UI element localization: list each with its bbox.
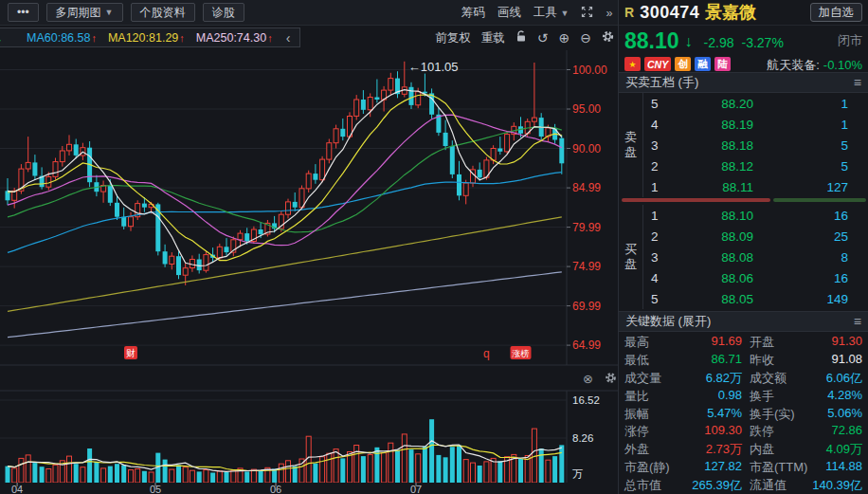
kd-label: 振幅 (624, 406, 649, 423)
volume: 1 (753, 97, 848, 111)
diagnose-label: 诊股 (212, 4, 235, 21)
chevron-down-icon: ▼ (105, 4, 114, 21)
menu-icon[interactable]: ≡ (854, 314, 861, 329)
multi-period-button[interactable]: 多周期图 ▼ (46, 3, 123, 22)
fullscreen-icon[interactable] (581, 6, 593, 21)
svg-text:84.99: 84.99 (572, 181, 601, 194)
kd-value: 5.47% (707, 406, 742, 423)
kd-value: 127.82 (704, 459, 742, 476)
svg-text:100.00: 100.00 (572, 64, 607, 77)
tools-button[interactable]: 工具 ▼ (533, 5, 569, 21)
price: 88.20 (666, 97, 753, 111)
kd-value: 72.86 (831, 423, 862, 440)
key-data-row: 振幅5.47% 换手(实)5.06% (619, 405, 868, 423)
stock-name: 景嘉微 (705, 1, 756, 24)
chart-settings-row: 前复权 重载 ↺ ⊕ ⊖ (431, 26, 618, 50)
more-icon: ••• (17, 4, 29, 21)
ma-legend: ↓ MA60:86.58↑ MA120:81.29↑ MA250:74.30↑ … (0, 27, 300, 47)
key-data-row: 量比0.98 换手4.28% (619, 387, 868, 405)
order-book-row[interactable]: 4 88.06 16 (643, 267, 868, 288)
order-book-row[interactable]: 5 88.05 149 (643, 288, 868, 309)
kd-label: 成交额 (750, 370, 787, 387)
chip-distribution-button[interactable]: 筹码 (461, 5, 485, 21)
more-tools-icon[interactable]: » (606, 7, 612, 20)
price: 88.11 (666, 180, 753, 194)
quote-panel: R 300474 景嘉微 加自选 88.10 ↓ -2.98 -3.27% 闭市… (618, 0, 868, 494)
kd-value: 114.88 (825, 459, 862, 476)
volume: 5 (753, 138, 848, 153)
level: 1 (643, 180, 666, 194)
quote-header: R 300474 景嘉微 加自选 (619, 0, 868, 26)
volume: 25 (753, 229, 848, 244)
buy-orders: 买盘 1 88.10 162 88.09 253 88.08 84 88.06 … (619, 205, 868, 309)
svg-text:64.99: 64.99 (572, 338, 601, 352)
zoom-in-icon[interactable]: ⊕ (559, 30, 570, 46)
order-book-row[interactable]: 5 88.20 1 (643, 93, 868, 114)
lock-icon[interactable] (515, 30, 527, 46)
add-watchlist-button[interactable]: 加自选 (810, 3, 863, 22)
level: 4 (643, 118, 666, 132)
kd-value: 91.69 (711, 334, 742, 351)
price: 88.05 (666, 292, 753, 306)
kd-label: 市盈(静) (624, 459, 670, 476)
svg-text:财: 财 (126, 348, 136, 358)
svg-text:69.99: 69.99 (572, 300, 601, 313)
order-book-row[interactable]: 1 88.10 16 (643, 205, 868, 226)
stock-code: 300474 (640, 3, 699, 23)
candlestick-chart[interactable]: 100.0095.0090.0084.9979.9974.9969.9964.9… (0, 50, 618, 494)
multi-period-label: 多周期图 (56, 4, 101, 21)
reload-button[interactable]: 重载 (481, 30, 505, 46)
undo-icon[interactable]: ↺ (537, 30, 549, 46)
ma60-legend: MA60:86.58↑ (27, 31, 97, 45)
trading-app-window: 100.0095.0090.0084.9979.9974.9969.9964.9… (0, 0, 868, 494)
price-change: -2.98 (704, 35, 734, 50)
kd-label: 换手(实) (750, 406, 795, 423)
kd-value: 91.08 (831, 352, 862, 369)
market-status: 闭市 (838, 32, 862, 49)
key-data-row: 成交量6.82万 成交额6.06亿 (619, 370, 868, 388)
zoom-out-icon[interactable]: ⊖ (580, 30, 591, 46)
price: 88.08 (666, 250, 753, 265)
order-book-row[interactable]: 4 88.19 1 (643, 114, 868, 135)
menu-icon[interactable]: ≡ (854, 75, 861, 90)
up-arrow-icon: ↑ (267, 32, 273, 44)
kd-label: 外盘 (624, 441, 649, 458)
kd-label: 市盈(TTM) (750, 459, 807, 476)
order-book-row[interactable]: 2 88.12 5 (643, 156, 868, 176)
stock-info-button[interactable]: 个股资料 (131, 3, 195, 22)
order-book-row[interactable]: 1 88.11 127 (643, 176, 868, 197)
gear-icon[interactable] (602, 30, 614, 46)
high-annotation: ←101.05 (408, 60, 459, 74)
kd-label: 流通值 (750, 477, 787, 494)
buy-side-label: 买盘 (619, 205, 643, 309)
order-book-row[interactable]: 2 88.09 25 (643, 226, 868, 247)
order-book-row[interactable]: 3 88.18 5 (643, 135, 868, 156)
cny-badge: CNY (644, 57, 671, 71)
level: 1 (643, 209, 666, 223)
order-book-row[interactable]: 3 88.08 8 (643, 247, 868, 267)
legend-collapse-button[interactable]: ‹ (286, 30, 291, 46)
level: 2 (643, 229, 666, 244)
kd-label: 内盘 (750, 441, 774, 458)
svg-text:06: 06 (270, 484, 281, 494)
key-data-header[interactable]: 关键数据 (展开) ≡ (619, 311, 868, 332)
draw-line-button[interactable]: 画线 (497, 5, 521, 21)
more-button[interactable]: ••• (8, 3, 39, 22)
down-arrow-icon: ↓ (685, 33, 693, 50)
kd-value: 4.09万 (826, 441, 862, 458)
diagnose-button[interactable]: 诊股 (203, 3, 244, 22)
level: 5 (643, 292, 666, 306)
adjust-mode-button[interactable]: 前复权 (435, 30, 471, 46)
lu-badge: 陆 (714, 57, 731, 71)
price: 88.06 (666, 271, 753, 285)
volume: 149 (753, 292, 848, 306)
stock-badges: ★ CNY 创 融 陆 (624, 57, 731, 71)
kd-value: 6.82万 (706, 370, 742, 387)
key-data-row: 最高91.69 开盘91.30 (619, 334, 868, 352)
order-book-title: 买卖五档 (手) (625, 74, 698, 91)
kd-label: 量比 (624, 388, 649, 405)
kd-label: 昨收 (750, 352, 774, 369)
market-flag: R (624, 5, 634, 20)
key-data-row: 最低86.71 昨收91.08 (619, 352, 868, 370)
volume: 16 (753, 271, 848, 285)
